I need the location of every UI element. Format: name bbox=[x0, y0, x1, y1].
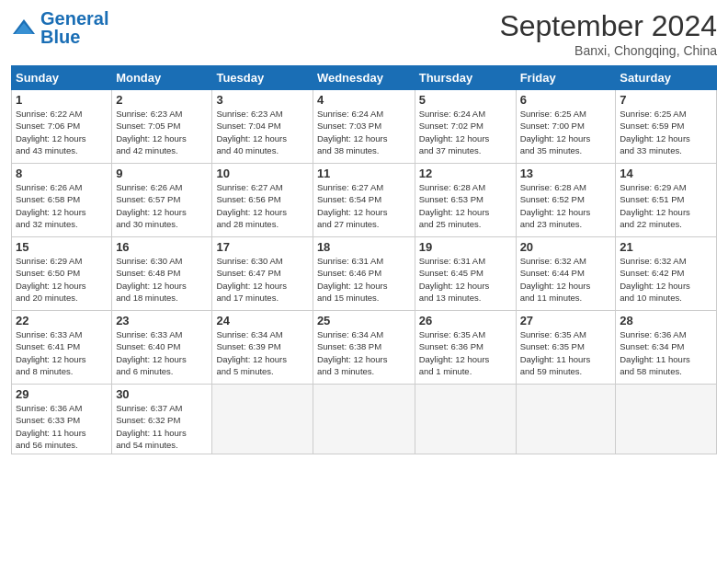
day-number: 9 bbox=[116, 167, 208, 180]
day-info: Sunrise: 6:29 AMSunset: 6:51 PMDaylight:… bbox=[620, 181, 712, 230]
header-monday: Monday bbox=[112, 66, 212, 90]
day-info: Sunrise: 6:29 AMSunset: 6:50 PMDaylight:… bbox=[16, 255, 108, 304]
table-row: 19Sunrise: 6:31 AMSunset: 6:45 PMDayligh… bbox=[415, 237, 516, 311]
day-info: Sunrise: 6:24 AMSunset: 7:02 PMDaylight:… bbox=[419, 108, 512, 156]
logo-icon bbox=[11, 17, 37, 38]
table-row bbox=[616, 385, 717, 454]
day-info: Sunrise: 6:30 AMSunset: 6:47 PMDaylight:… bbox=[216, 255, 308, 304]
day-number: 2 bbox=[116, 93, 208, 107]
day-info: Sunrise: 6:22 AMSunset: 7:06 PMDaylight:… bbox=[16, 108, 108, 156]
day-info: Sunrise: 6:36 AMSunset: 6:34 PMDaylight:… bbox=[620, 328, 712, 377]
day-number: 7 bbox=[620, 93, 712, 107]
table-row: 15Sunrise: 6:29 AMSunset: 6:50 PMDayligh… bbox=[12, 237, 112, 311]
day-info: Sunrise: 6:30 AMSunset: 6:48 PMDaylight:… bbox=[116, 255, 208, 304]
day-number: 11 bbox=[317, 167, 411, 180]
table-row: 11Sunrise: 6:27 AMSunset: 6:54 PMDayligh… bbox=[313, 164, 415, 237]
day-number: 17 bbox=[216, 240, 308, 254]
header-thursday: Thursday bbox=[415, 66, 516, 90]
day-number: 20 bbox=[520, 240, 612, 254]
day-number: 29 bbox=[16, 387, 108, 401]
day-number: 18 bbox=[317, 240, 411, 254]
day-info: Sunrise: 6:23 AMSunset: 7:05 PMDaylight:… bbox=[116, 108, 208, 156]
day-info: Sunrise: 6:34 AMSunset: 6:38 PMDaylight:… bbox=[317, 328, 411, 377]
day-number: 27 bbox=[520, 314, 612, 327]
header-sunday: Sunday bbox=[12, 66, 112, 90]
day-info: Sunrise: 6:23 AMSunset: 7:04 PMDaylight:… bbox=[216, 108, 308, 156]
day-info: Sunrise: 6:24 AMSunset: 7:03 PMDaylight:… bbox=[317, 108, 411, 156]
day-number: 10 bbox=[216, 167, 308, 180]
table-row: 9Sunrise: 6:26 AMSunset: 6:57 PMDaylight… bbox=[112, 164, 212, 237]
table-row: 2Sunrise: 6:23 AMSunset: 7:05 PMDaylight… bbox=[112, 90, 212, 164]
day-info: Sunrise: 6:31 AMSunset: 6:46 PMDaylight:… bbox=[317, 255, 411, 304]
day-info: Sunrise: 6:35 AMSunset: 6:35 PMDaylight:… bbox=[520, 328, 612, 377]
day-info: Sunrise: 6:27 AMSunset: 6:56 PMDaylight:… bbox=[216, 181, 308, 230]
day-info: Sunrise: 6:27 AMSunset: 6:54 PMDaylight:… bbox=[317, 181, 411, 230]
table-row: 12Sunrise: 6:28 AMSunset: 6:53 PMDayligh… bbox=[415, 164, 516, 237]
table-row: 8Sunrise: 6:26 AMSunset: 6:58 PMDaylight… bbox=[12, 164, 112, 237]
page-container: GeneralBlue September 2024 Banxi, Chongq… bbox=[0, 0, 728, 464]
day-number: 25 bbox=[317, 314, 411, 327]
table-row: 14Sunrise: 6:29 AMSunset: 6:51 PMDayligh… bbox=[616, 164, 717, 237]
day-info: Sunrise: 6:37 AMSunset: 6:32 PMDaylight:… bbox=[116, 402, 208, 451]
day-number: 4 bbox=[317, 93, 411, 107]
day-info: Sunrise: 6:28 AMSunset: 6:53 PMDaylight:… bbox=[419, 181, 512, 230]
day-info: Sunrise: 6:25 AMSunset: 6:59 PMDaylight:… bbox=[620, 108, 712, 156]
table-row: 1Sunrise: 6:22 AMSunset: 7:06 PMDaylight… bbox=[12, 90, 112, 164]
table-row: 18Sunrise: 6:31 AMSunset: 6:46 PMDayligh… bbox=[313, 237, 415, 311]
table-row: 5Sunrise: 6:24 AMSunset: 7:02 PMDaylight… bbox=[415, 90, 516, 164]
calendar-table: Sunday Monday Tuesday Wednesday Thursday… bbox=[11, 65, 717, 454]
day-info: Sunrise: 6:32 AMSunset: 6:44 PMDaylight:… bbox=[520, 255, 612, 304]
day-number: 16 bbox=[116, 240, 208, 254]
day-number: 14 bbox=[620, 167, 712, 180]
table-row: 3Sunrise: 6:23 AMSunset: 7:04 PMDaylight… bbox=[212, 90, 313, 164]
header-tuesday: Tuesday bbox=[212, 66, 313, 90]
day-info: Sunrise: 6:28 AMSunset: 6:52 PMDaylight:… bbox=[520, 181, 612, 230]
table-row: 24Sunrise: 6:34 AMSunset: 6:39 PMDayligh… bbox=[212, 311, 313, 385]
table-row: 20Sunrise: 6:32 AMSunset: 6:44 PMDayligh… bbox=[516, 237, 616, 311]
header-wednesday: Wednesday bbox=[313, 66, 415, 90]
day-info: Sunrise: 6:34 AMSunset: 6:39 PMDaylight:… bbox=[216, 328, 308, 377]
day-info: Sunrise: 6:35 AMSunset: 6:36 PMDaylight:… bbox=[419, 328, 512, 377]
table-row: 25Sunrise: 6:34 AMSunset: 6:38 PMDayligh… bbox=[313, 311, 415, 385]
day-info: Sunrise: 6:26 AMSunset: 6:58 PMDaylight:… bbox=[16, 181, 108, 230]
day-info: Sunrise: 6:33 AMSunset: 6:40 PMDaylight:… bbox=[116, 328, 208, 377]
day-number: 6 bbox=[520, 93, 612, 107]
day-number: 1 bbox=[16, 93, 108, 107]
header-friday: Friday bbox=[516, 66, 616, 90]
day-number: 22 bbox=[16, 314, 108, 327]
table-row: 23Sunrise: 6:33 AMSunset: 6:40 PMDayligh… bbox=[112, 311, 212, 385]
calendar-week-row: 1Sunrise: 6:22 AMSunset: 7:06 PMDaylight… bbox=[12, 90, 717, 164]
table-row: 16Sunrise: 6:30 AMSunset: 6:48 PMDayligh… bbox=[112, 237, 212, 311]
day-number: 3 bbox=[216, 93, 308, 107]
header-saturday: Saturday bbox=[616, 66, 717, 90]
day-number: 13 bbox=[520, 167, 612, 180]
table-row: 6Sunrise: 6:25 AMSunset: 7:00 PMDaylight… bbox=[516, 90, 616, 164]
table-row: 28Sunrise: 6:36 AMSunset: 6:34 PMDayligh… bbox=[616, 311, 717, 385]
table-row bbox=[212, 385, 313, 454]
day-number: 28 bbox=[620, 314, 712, 327]
day-info: Sunrise: 6:36 AMSunset: 6:33 PMDaylight:… bbox=[16, 402, 108, 451]
table-row: 29Sunrise: 6:36 AMSunset: 6:33 PMDayligh… bbox=[12, 385, 112, 454]
subtitle: Banxi, Chongqing, China bbox=[499, 43, 717, 58]
day-info: Sunrise: 6:25 AMSunset: 7:00 PMDaylight:… bbox=[520, 108, 612, 156]
day-number: 23 bbox=[116, 314, 208, 327]
logo-text: GeneralBlue bbox=[40, 9, 108, 46]
month-title: September 2024 bbox=[499, 9, 717, 43]
day-number: 12 bbox=[419, 167, 512, 180]
table-row: 26Sunrise: 6:35 AMSunset: 6:36 PMDayligh… bbox=[415, 311, 516, 385]
day-number: 5 bbox=[419, 93, 512, 107]
header: GeneralBlue September 2024 Banxi, Chongq… bbox=[11, 9, 717, 58]
day-info: Sunrise: 6:31 AMSunset: 6:45 PMDaylight:… bbox=[419, 255, 512, 304]
day-number: 21 bbox=[620, 240, 712, 254]
day-number: 24 bbox=[216, 314, 308, 327]
calendar-body: 1Sunrise: 6:22 AMSunset: 7:06 PMDaylight… bbox=[12, 90, 717, 454]
table-row bbox=[415, 385, 516, 454]
table-row bbox=[313, 385, 415, 454]
logo: GeneralBlue bbox=[11, 9, 108, 46]
table-row: 7Sunrise: 6:25 AMSunset: 6:59 PMDaylight… bbox=[616, 90, 717, 164]
calendar-week-row: 22Sunrise: 6:33 AMSunset: 6:41 PMDayligh… bbox=[12, 311, 717, 385]
table-row: 21Sunrise: 6:32 AMSunset: 6:42 PMDayligh… bbox=[616, 237, 717, 311]
day-number: 8 bbox=[16, 167, 108, 180]
calendar-week-row: 15Sunrise: 6:29 AMSunset: 6:50 PMDayligh… bbox=[12, 237, 717, 311]
title-block: September 2024 Banxi, Chongqing, China bbox=[499, 9, 717, 58]
